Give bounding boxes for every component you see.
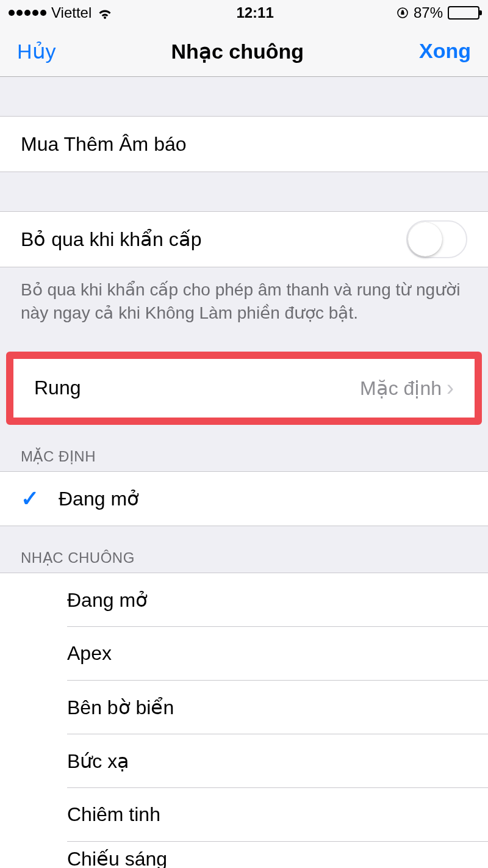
ringtone-row[interactable]: Chiêm tinh (0, 788, 488, 842)
status-right: 87% (396, 4, 479, 21)
battery-pct-label: 87% (414, 4, 443, 21)
done-button[interactable]: Xong (419, 39, 471, 63)
ringtone-label: Đang mở (67, 588, 488, 612)
ringtone-row[interactable]: Chiếu sáng (0, 842, 488, 868)
ringtones-section-header: NHẠC CHUÔNG (0, 526, 488, 573)
ringtone-label: Chiếu sáng (67, 847, 488, 868)
default-ringtone-row[interactable]: ✓ Đang mở (0, 472, 488, 526)
ringtone-label: Bên bờ biển (67, 696, 488, 719)
status-left: Viettel (9, 4, 113, 21)
wifi-icon (96, 6, 113, 20)
default-ringtone-label: Đang mở (59, 487, 488, 510)
carrier-label: Viettel (51, 4, 92, 21)
annotation-highlight: Rung Mặc định › (6, 352, 482, 425)
vibration-value: Mặc định (360, 377, 442, 400)
buy-more-tones-row[interactable]: Mua Thêm Âm báo (0, 116, 488, 172)
ringtone-label: Chiêm tinh (67, 803, 488, 826)
ringtone-row[interactable]: Bức xạ (0, 734, 488, 788)
toggle-knob-icon (408, 222, 442, 256)
vibration-row[interactable]: Rung Mặc định › (13, 359, 475, 418)
chevron-right-icon: › (447, 375, 454, 401)
buy-more-tones-label: Mua Thêm Âm báo (21, 133, 187, 156)
clock-label: 12:11 (236, 4, 273, 21)
battery-icon (448, 6, 479, 20)
status-bar: Viettel 12:11 87% (0, 0, 488, 26)
cancel-button[interactable]: Hủy (17, 39, 56, 63)
nav-bar: Hủy Nhạc chuông Xong (0, 26, 488, 77)
ringtones-list: Đang mở Apex Bên bờ biển Bức xạ Chiêm ti… (0, 573, 488, 868)
emergency-bypass-toggle[interactable] (406, 220, 467, 258)
ringtone-label: Apex (67, 642, 488, 665)
vibration-label: Rung (34, 377, 81, 399)
page-title: Nhạc chuông (171, 39, 304, 63)
ringtone-row[interactable]: Đang mở (0, 573, 488, 627)
emergency-bypass-label: Bỏ qua khi khẩn cấp (21, 228, 202, 251)
rotation-lock-icon (396, 7, 409, 19)
default-section-header: MẶC ĐỊNH (0, 425, 488, 471)
ringtone-row[interactable]: Apex (0, 627, 488, 681)
emergency-bypass-footer: Bỏ qua khi khẩn cấp cho phép âm thanh và… (0, 267, 488, 342)
emergency-bypass-row[interactable]: Bỏ qua khi khẩn cấp (0, 211, 488, 267)
ringtone-label: Bức xạ (67, 750, 488, 773)
ringtone-row[interactable]: Bên bờ biển (0, 681, 488, 734)
content-scroll[interactable]: Mua Thêm Âm báo Bỏ qua khi khẩn cấp Bỏ q… (0, 77, 488, 868)
checkmark-icon: ✓ (21, 486, 45, 512)
signal-dots-icon (9, 10, 46, 16)
